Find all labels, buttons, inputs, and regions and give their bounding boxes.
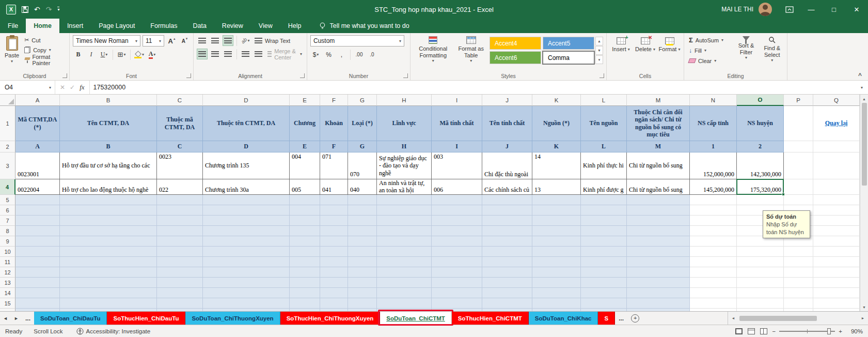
column-header-P[interactable]: P [784, 95, 813, 106]
fill-handle[interactable] [782, 193, 785, 196]
cell-G6[interactable] [348, 205, 377, 216]
redo-button[interactable]: ↷ [46, 6, 52, 13]
cell-A3[interactable]: 0023001 [15, 152, 60, 179]
row-header-5[interactable]: 5 [0, 195, 15, 205]
italic-button[interactable]: I [86, 49, 97, 60]
row-header-7[interactable]: 7 [0, 216, 15, 226]
cell-Q5[interactable] [813, 195, 860, 205]
page-layout-view-button[interactable] [748, 328, 755, 334]
cell-D5[interactable] [203, 195, 290, 205]
cell-P12[interactable] [784, 267, 813, 278]
cell-K4[interactable]: 13 [532, 179, 581, 195]
cell-Q2[interactable] [813, 141, 860, 152]
row-header-2[interactable]: 2 [0, 141, 15, 152]
cell-A11[interactable] [15, 257, 60, 267]
undo-button[interactable]: ↶ [34, 6, 40, 13]
cell-C3[interactable]: 0023 [157, 152, 203, 179]
cell-D1[interactable]: Thuộc tên CTMT, DA [203, 106, 290, 141]
sheet-tab-S[interactable]: S [598, 312, 615, 325]
cell-B10[interactable] [60, 247, 157, 257]
column-header-H[interactable]: H [377, 95, 432, 106]
cell-E10[interactable] [290, 247, 320, 257]
delete-cells-button[interactable]: ✕ Delete▾ [634, 35, 656, 52]
avatar[interactable] [759, 3, 772, 16]
zoom-slider[interactable] [779, 331, 835, 332]
sort-filter-button[interactable]: Sort & Filter ▾ [734, 35, 758, 61]
cell-F10[interactable] [320, 247, 348, 257]
cell-A6[interactable] [15, 205, 60, 216]
cell-C10[interactable] [157, 247, 203, 257]
cell-I1[interactable]: Mã tính chất [432, 106, 482, 141]
row-header-15[interactable]: 15 [0, 298, 15, 309]
align-center-button[interactable] [210, 49, 220, 59]
cell-I13[interactable] [432, 278, 482, 288]
cell-K11[interactable] [532, 257, 581, 267]
tab-scroll-left-button[interactable]: ◄ [0, 312, 11, 325]
ribbon-tab-review[interactable]: Review [214, 19, 251, 33]
cell-E3[interactable]: 004 [290, 152, 320, 179]
borders-button[interactable]: ⊞▾ [116, 49, 127, 60]
cell-N9[interactable] [690, 236, 737, 247]
gallery-up-button[interactable]: ▲ [595, 37, 603, 45]
cell-M10[interactable] [627, 247, 690, 257]
ribbon-tab-help[interactable]: Help [280, 19, 309, 33]
cell-D14[interactable] [203, 288, 290, 298]
row-header-1[interactable]: 1 [0, 106, 15, 141]
cell-D3[interactable]: Chương trình 135 [203, 152, 290, 179]
cell-Q7[interactable] [813, 216, 860, 226]
cell-C5[interactable] [157, 195, 203, 205]
align-right-button[interactable] [223, 49, 233, 59]
autosum-button[interactable]: Σ AutoSum ▾ [687, 35, 732, 45]
cell-I15[interactable] [432, 298, 482, 309]
cell-P11[interactable] [784, 257, 813, 267]
column-header-Q[interactable]: Q [813, 95, 860, 106]
cell-J8[interactable] [482, 226, 532, 236]
cell-C4[interactable]: 022 [157, 179, 203, 195]
cell-E11[interactable] [290, 257, 320, 267]
cell-G7[interactable] [348, 216, 377, 226]
increase-decimal-button[interactable]: .00 [354, 49, 365, 60]
cell-E8[interactable] [290, 226, 320, 236]
cell-J10[interactable] [482, 247, 532, 257]
cell-P14[interactable] [784, 288, 813, 298]
cell-M11[interactable] [627, 257, 690, 267]
cell-F5[interactable] [320, 195, 348, 205]
wrap-text-button[interactable]: Wrap Text [253, 36, 292, 45]
row-header-10[interactable]: 10 [0, 247, 15, 257]
cell-L4[interactable]: Kinh phí được g [581, 179, 627, 195]
align-left-button[interactable] [197, 49, 208, 59]
cell-H4[interactable]: An ninh và trật tự, an toàn xã hội [377, 179, 432, 195]
cell-B14[interactable] [60, 288, 157, 298]
cell-I11[interactable] [432, 257, 482, 267]
cell-A9[interactable] [15, 236, 60, 247]
ribbon-tab-page-layout[interactable]: Page Layout [91, 19, 143, 33]
cell-D10[interactable] [203, 247, 290, 257]
cell-B4[interactable]: Hỗ trợ cho lao động thuộc hộ nghè [60, 179, 157, 195]
cell-G12[interactable] [348, 267, 377, 278]
format-as-table-button[interactable]: Format as Table ▾ [454, 35, 487, 64]
clear-button[interactable]: Clear ▾ [687, 56, 732, 66]
new-sheet-button[interactable]: + [627, 312, 643, 325]
row-header-8[interactable]: 8 [0, 226, 15, 236]
cell-P2[interactable] [784, 141, 813, 152]
cell-K15[interactable] [532, 298, 581, 309]
row-header-9[interactable]: 9 [0, 236, 15, 247]
increase-indent-button[interactable] [253, 49, 264, 59]
shrink-font-button[interactable]: A ▾ [179, 36, 190, 47]
column-header-I[interactable]: I [432, 95, 482, 106]
cell-M5[interactable] [627, 195, 690, 205]
cell-M3[interactable]: Chi từ nguồn bổ sung [627, 152, 690, 179]
cell-B1[interactable]: Tên CTMT, DA [60, 106, 157, 141]
confirm-entry-button[interactable]: ✓ [70, 84, 75, 91]
hscroll-right-button[interactable]: ► [859, 316, 867, 320]
cell-G5[interactable] [348, 195, 377, 205]
gallery-down-button[interactable]: ▼ [595, 46, 603, 55]
cell-I5[interactable] [432, 195, 482, 205]
font-name-select[interactable]: Times New Roman ▾ [73, 35, 140, 47]
cell-G3[interactable]: 070 [348, 152, 377, 179]
zoom-in-button[interactable]: + [839, 328, 842, 334]
cell-L12[interactable] [581, 267, 627, 278]
horizontal-scroll-track[interactable] [737, 316, 859, 321]
cell-F15[interactable] [320, 298, 348, 309]
cell-B13[interactable] [60, 278, 157, 288]
